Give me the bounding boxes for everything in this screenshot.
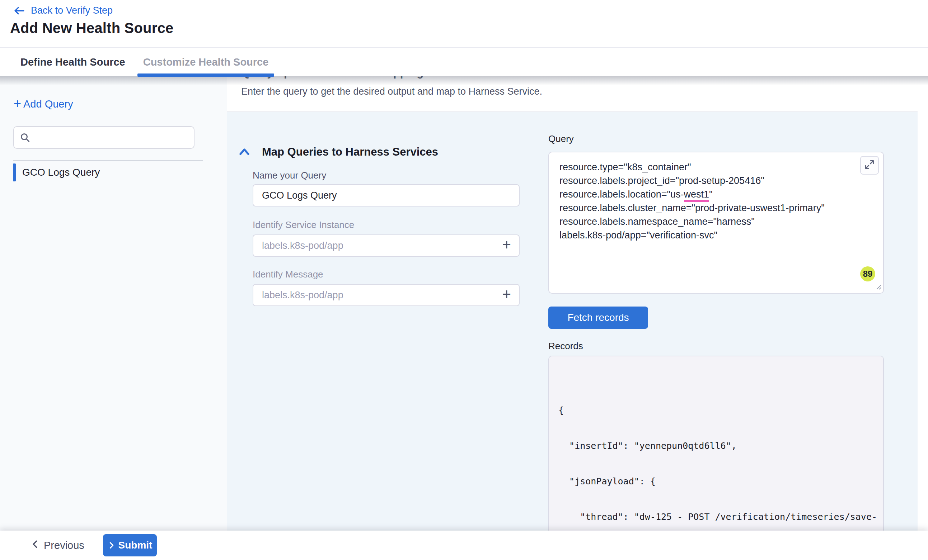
queries-sidebar: + Add Query GCO Logs Query <box>0 76 227 560</box>
sidebar-divider <box>13 160 203 161</box>
arrow-left-icon <box>13 6 25 16</box>
query-text: resource.type="k8s_container"resource.la… <box>559 160 825 242</box>
panel-header-band: Query Specifications and Mappings Enter … <box>227 76 917 112</box>
records-label: Records <box>548 341 583 352</box>
section-subtitle: Enter the query to get the desired outpu… <box>241 86 542 97</box>
map-queries-title: Map Queries to Harness Services <box>262 146 438 158</box>
previous-button[interactable]: Previous <box>31 531 84 560</box>
name-query-label: Name your Query <box>253 170 326 181</box>
service-instance-field[interactable]: labels.k8s-pod/app + <box>253 234 520 257</box>
sidebar-item-gco-logs-query[interactable]: GCO Logs Query <box>13 163 100 181</box>
expand-icon <box>864 160 875 171</box>
page-header: Back to Verify Step Add New Health Sourc… <box>0 0 928 47</box>
spellcheck-underline: west1 <box>684 189 710 202</box>
fetch-records-button[interactable]: Fetch records <box>548 306 648 329</box>
identify-message-label: Identify Message <box>253 269 323 280</box>
record-item[interactable]: { "insertId": "yennepun0qtd6ll6", "jsonP… <box>549 356 883 560</box>
plus-icon[interactable]: + <box>502 237 511 253</box>
search-input[interactable] <box>13 126 194 149</box>
add-query-button[interactable]: + Add Query <box>14 97 73 110</box>
message-value: labels.k8s-pod/app <box>262 290 343 301</box>
main-panel: Query Specifications and Mappings Enter … <box>227 76 917 560</box>
resize-handle[interactable] <box>875 283 881 291</box>
query-textarea[interactable]: resource.type="k8s_container"resource.la… <box>548 152 884 294</box>
search-icon <box>20 132 31 143</box>
plus-icon: + <box>14 97 21 110</box>
service-instance-value: labels.k8s-pod/app <box>262 240 343 251</box>
char-count-badge: 89 <box>860 266 875 282</box>
selected-indicator <box>13 163 16 181</box>
tab-customize-health-source[interactable]: Customize Health Source <box>137 48 275 76</box>
chevron-up-icon[interactable] <box>238 147 250 157</box>
tab-define-health-source[interactable]: Define Health Source <box>15 48 131 76</box>
chevron-left-icon <box>31 540 40 551</box>
plus-icon[interactable]: + <box>502 287 511 302</box>
identify-service-instance-label: Identify Service Instance <box>253 219 354 231</box>
records-card: { "insertId": "yennepun0qtd6ll6", "jsonP… <box>548 356 884 560</box>
expand-fullscreen-button[interactable] <box>860 156 879 175</box>
query-label: Query <box>548 133 574 145</box>
chevron-right-icon <box>108 541 116 549</box>
page-title: Add New Health Source <box>10 20 173 36</box>
tab-bar: Define Health Source Customize Health So… <box>0 47 928 76</box>
footer-bar: Previous Submit <box>0 531 928 560</box>
submit-button[interactable]: Submit <box>103 534 157 556</box>
message-field[interactable]: labels.k8s-pod/app + <box>253 284 520 306</box>
add-health-source-screen: Query Specifications and Mappings Enter … <box>0 0 928 560</box>
back-to-verify-step-link[interactable]: Back to Verify Step <box>13 5 113 16</box>
query-name-input[interactable] <box>253 184 520 207</box>
